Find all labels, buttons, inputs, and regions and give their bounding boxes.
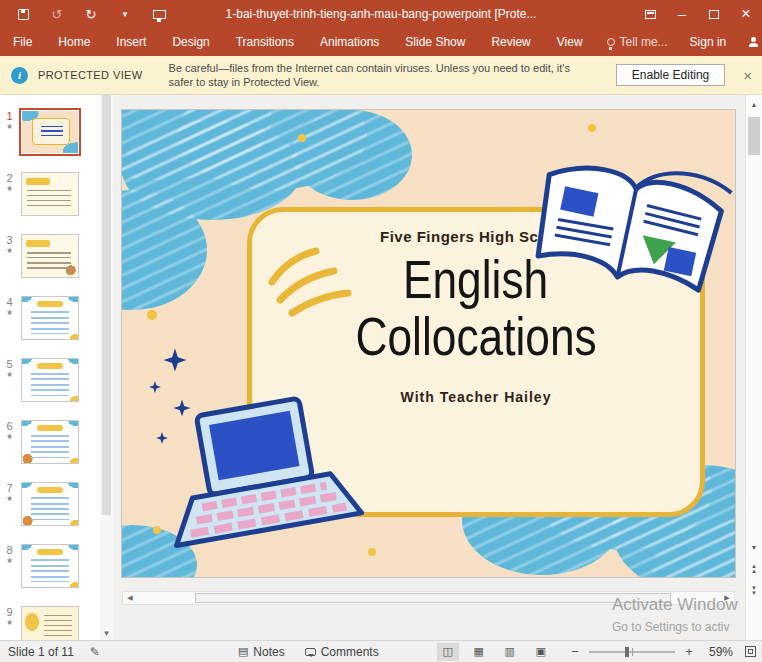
notes-button[interactable]: ▤ Notes xyxy=(238,645,285,659)
tab-home[interactable]: Home xyxy=(45,28,103,56)
tell-me-box[interactable]: Tell me... xyxy=(596,28,679,56)
save-button[interactable] xyxy=(14,5,32,23)
slide-thumbnail-preview[interactable] xyxy=(21,296,79,340)
slide-thumbnail-5[interactable]: 5 ★ xyxy=(0,357,100,415)
ribbon-display-options-button[interactable] xyxy=(634,0,666,28)
zoom-level[interactable]: 59% xyxy=(703,645,733,659)
watermark-line1: Activate Window xyxy=(612,595,738,615)
slide-thumbnail-preview[interactable] xyxy=(21,358,79,402)
activate-windows-watermark: Activate Window Go to Settings to activ xyxy=(612,595,738,634)
ribbon-display-options-icon xyxy=(645,10,656,19)
slide-thumbnail-preview[interactable] xyxy=(21,172,79,216)
minimize-button[interactable]: – xyxy=(666,0,698,28)
close-button[interactable]: × xyxy=(730,0,762,28)
notes-label: Notes xyxy=(253,645,284,659)
slide-number: 5 xyxy=(2,358,17,370)
slideshow-view-button[interactable]: ▣ xyxy=(530,643,552,661)
thumbnail-scrollbar-thumb[interactable] xyxy=(102,95,111,515)
tab-review[interactable]: Review xyxy=(478,28,543,56)
sign-in-button[interactable]: Sign in xyxy=(679,28,738,56)
vertical-scrollbar-thumb[interactable] xyxy=(748,117,760,155)
slide-thumbnail-4[interactable]: 4 ★ xyxy=(0,295,100,353)
slide-thumbnail-7[interactable]: 7 ★ xyxy=(0,481,100,539)
next-slide-button[interactable]: ▼ ▼ xyxy=(746,582,762,600)
slide-foreground-artwork xyxy=(122,110,735,577)
slide-thumbnail-preview[interactable] xyxy=(21,110,79,154)
tab-insert[interactable]: Insert xyxy=(103,28,159,56)
book-illustration xyxy=(531,146,733,297)
slide-thumbnail-preview[interactable] xyxy=(21,234,79,278)
animation-star-icon: ★ xyxy=(2,184,17,194)
slide-number: 7 xyxy=(2,482,17,494)
scroll-left-icon[interactable]: ◀ xyxy=(123,592,137,604)
tab-view[interactable]: View xyxy=(544,28,596,56)
chevron-down-icon: ▾ xyxy=(123,9,128,19)
zoom-in-button[interactable]: + xyxy=(683,644,695,659)
tab-transitions[interactable]: Transitions xyxy=(223,28,307,56)
normal-view-button[interactable]: ◫ xyxy=(437,643,459,661)
undo-button[interactable]: ↺ xyxy=(48,5,66,23)
quick-access-toolbar: ↺ ↻ ▾ xyxy=(14,0,168,28)
banner-close-icon[interactable]: × xyxy=(743,67,752,84)
slide-number: 6 xyxy=(2,420,17,432)
laptop-illustration xyxy=(155,391,362,546)
watermark-line2: Go to Settings to activ xyxy=(612,620,738,634)
slide-sorter-view-button[interactable]: ▦ xyxy=(468,643,490,661)
zoom-out-button[interactable]: − xyxy=(569,644,581,659)
thumbnail-scrollbar[interactable]: ▼ xyxy=(100,95,113,640)
tab-design[interactable]: Design xyxy=(159,28,222,56)
slide-thumbnail-3[interactable]: 3 ★ xyxy=(0,233,100,291)
slideshow-monitor-icon xyxy=(153,10,166,19)
scroll-up-icon[interactable]: ▲ xyxy=(746,97,762,111)
tab-file[interactable]: File xyxy=(0,28,45,56)
pen-icon[interactable]: ✎ xyxy=(90,645,100,659)
slide-thumbnail-preview[interactable] xyxy=(21,482,79,526)
slide-counter: Slide 1 of 11 xyxy=(8,645,74,659)
window-controls: – × xyxy=(634,0,762,28)
powerpoint-window: ↺ ↻ ▾ 1-bai-thuyet-trinh-tieng-anh-mau-b… xyxy=(0,0,762,662)
protected-view-message: Be careful—files from the Internet can c… xyxy=(169,61,570,89)
restore-icon xyxy=(709,10,719,19)
protected-view-label: PROTECTED VIEW xyxy=(38,69,143,81)
scroll-down-icon[interactable]: ▼ xyxy=(100,629,113,638)
status-bar: Slide 1 of 11 ✎ ▤ Notes Comments ◫ ▦ ▥ ▣… xyxy=(0,640,762,662)
save-icon xyxy=(18,9,29,20)
slide-thumbnail-6[interactable]: 6 ★ xyxy=(0,419,100,477)
sign-in-label: Sign in xyxy=(690,35,727,49)
comment-bubble-icon xyxy=(305,648,316,656)
enable-editing-button[interactable]: Enable Editing xyxy=(616,64,725,86)
previous-slide-button[interactable]: ▲ ▲ xyxy=(746,560,762,578)
restore-button[interactable] xyxy=(698,0,730,28)
slide-thumbnail-preview[interactable] xyxy=(21,606,79,640)
zoom-slider[interactable] xyxy=(589,645,675,659)
comments-button[interactable]: Comments xyxy=(305,645,379,659)
animation-star-icon: ★ xyxy=(2,122,17,132)
ribbon-tab-bar: File Home Insert Design Transitions Anim… xyxy=(0,28,762,56)
animation-star-icon: ★ xyxy=(2,432,17,442)
tab-animations[interactable]: Animations xyxy=(307,28,392,56)
current-slide[interactable]: Five Fingers High School English Colloca… xyxy=(122,110,735,577)
qat-customize-button[interactable]: ▾ xyxy=(116,5,134,23)
protected-view-message-line2: safer to stay in Protected View. xyxy=(169,76,320,88)
slide-thumbnail-panel: 1 ★ 2 ★ 3 ★ 4 ★ xyxy=(0,95,113,640)
horizontal-scrollbar-thumb[interactable] xyxy=(195,593,671,603)
zoom-controls: − + 59% xyxy=(569,644,756,659)
slide-thumbnail-9[interactable]: 9 ★ xyxy=(0,605,100,640)
slide-thumbnail-8[interactable]: 8 ★ xyxy=(0,543,100,601)
vertical-scrollbar[interactable]: ▲ ▼ ▲ ▲ ▼ ▼ xyxy=(745,95,762,640)
comments-label: Comments xyxy=(321,645,379,659)
share-button[interactable]: Share xyxy=(737,28,762,56)
redo-button[interactable]: ↻ xyxy=(82,5,100,23)
slide-thumbnail-1[interactable]: 1 ★ xyxy=(0,109,100,167)
notes-icon: ▤ xyxy=(238,645,248,658)
scroll-down-icon[interactable]: ▼ xyxy=(746,540,762,554)
start-slideshow-button[interactable] xyxy=(150,5,168,23)
reading-view-button[interactable]: ▥ xyxy=(499,643,521,661)
slide-thumbnail-preview[interactable] xyxy=(21,544,79,588)
fit-to-window-button[interactable] xyxy=(745,646,756,657)
slide-thumbnail-preview[interactable] xyxy=(21,420,79,464)
protected-view-message-line1: Be careful—files from the Internet can c… xyxy=(169,62,570,74)
slide-thumbnail-2[interactable]: 2 ★ xyxy=(0,171,100,229)
zoom-slider-thumb[interactable] xyxy=(625,647,629,657)
tab-slide-show[interactable]: Slide Show xyxy=(392,28,478,56)
